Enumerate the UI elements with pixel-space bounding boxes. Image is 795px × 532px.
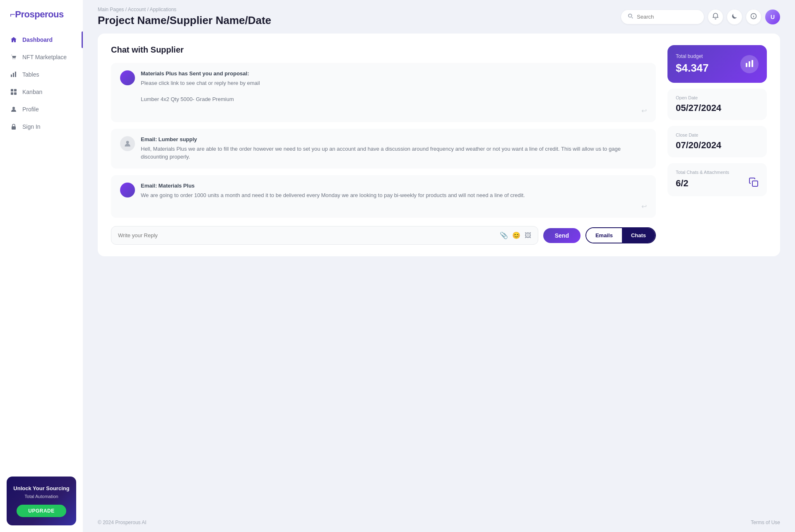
attachment-icon[interactable]: 📎 <box>500 231 508 239</box>
reply-input[interactable] <box>118 232 496 238</box>
open-date-card: Open Date 05/27/2024 <box>667 89 767 120</box>
message-subject: Email: Lumber supply <box>141 136 647 142</box>
copy-icon <box>749 177 759 190</box>
house-icon <box>10 36 17 43</box>
sidebar-item-dashboard[interactable]: Dashboard <box>0 31 83 48</box>
logo-icon: ⌐ <box>10 9 15 19</box>
reply-area: 📎 😊 🖼 <box>111 226 538 245</box>
bar-chart-icon <box>10 71 17 78</box>
message-footer: ↩ <box>141 202 647 210</box>
svg-rect-7 <box>11 92 13 95</box>
terms-link[interactable]: Terms of Use <box>751 520 780 525</box>
chats-attachments-card: Total Chats & Attachments 6/2 <box>667 163 767 196</box>
sidebar-item-label: Tables <box>22 71 39 78</box>
send-button[interactable]: Send <box>543 228 581 243</box>
svg-rect-10 <box>12 126 16 130</box>
table-row: Email: Lumber supply Hell, Materials Plu… <box>111 129 656 169</box>
header-left: Main Pages / Account / Applications Proj… <box>98 7 271 27</box>
info-icon <box>750 13 757 21</box>
sidebar-item-profile[interactable]: Profile <box>0 101 83 118</box>
chats-attachments-label: Total Chats & Attachments <box>676 170 759 175</box>
svg-rect-17 <box>749 61 750 67</box>
message-body: Please click link to see chat or reply h… <box>141 79 647 104</box>
svg-point-11 <box>629 14 632 17</box>
table-row: Email: Materials Plus We are going to or… <box>111 175 656 218</box>
content-area: Chat with Supplier Materials Plus has Se… <box>83 34 795 513</box>
budget-amount: $4.347 <box>676 62 709 75</box>
svg-rect-6 <box>14 89 17 91</box>
dark-mode-button[interactable] <box>727 10 742 24</box>
svg-rect-4 <box>15 72 16 77</box>
open-date-label: Open Date <box>676 95 759 100</box>
svg-rect-18 <box>752 60 753 67</box>
avatar <box>120 70 135 85</box>
svg-rect-5 <box>11 89 13 91</box>
svg-rect-8 <box>14 92 17 95</box>
search-box <box>621 10 704 24</box>
notification-button[interactable] <box>708 10 723 24</box>
moon-icon <box>731 13 738 21</box>
sidebar-item-tables[interactable]: Tables <box>0 66 83 83</box>
sidebar-item-label: Profile <box>22 106 39 113</box>
shopping-cart-icon <box>10 53 17 61</box>
open-date-value: 05/27/2024 <box>676 103 759 113</box>
lock-icon <box>10 123 17 130</box>
grid-icon <box>10 88 17 96</box>
main-content: Main Pages / Account / Applications Proj… <box>83 0 795 532</box>
upgrade-subtitle: Total Automation <box>13 494 70 499</box>
message-content: Email: Materials Plus We are going to or… <box>141 183 647 211</box>
svg-rect-3 <box>13 73 14 77</box>
table-row: Materials Plus has Sent you and proposal… <box>111 63 656 122</box>
message-content: Email: Lumber supply Hell, Materials Plu… <box>141 136 647 161</box>
sidebar-item-kanban[interactable]: Kanban <box>0 84 83 100</box>
page-title: Project Name/Supplier Name/Date <box>98 14 271 27</box>
tab-chats[interactable]: Chats <box>622 228 655 243</box>
tab-emails[interactable]: Emails <box>586 228 622 243</box>
upgrade-card: Unlock Your Sourcing Total Automation UP… <box>7 477 76 525</box>
sidebar-item-label: Dashboard <box>22 36 53 43</box>
bell-icon <box>712 13 719 21</box>
close-date-value: 07/20/2024 <box>676 140 759 151</box>
svg-rect-19 <box>752 181 758 186</box>
person-icon <box>10 106 17 113</box>
avatar[interactable]: U <box>765 10 780 24</box>
svg-point-1 <box>14 58 15 59</box>
svg-rect-2 <box>11 75 12 77</box>
avatar <box>120 136 135 151</box>
header-right: U <box>621 10 780 24</box>
budget-label: Total budget <box>676 53 709 59</box>
close-date-card: Close Date 07/20/2024 <box>667 126 767 157</box>
chat-section: Chat with Supplier Materials Plus has Se… <box>111 45 656 245</box>
sidebar-item-sign-in[interactable]: Sign In <box>0 118 83 135</box>
reply-actions: 📎 😊 🖼 <box>500 231 531 239</box>
message-body: Hell, Materials Plus we are able to fill… <box>141 145 647 161</box>
copyright: © 2024 Prosperous AI <box>98 520 147 525</box>
chat-panel: Chat with Supplier Materials Plus has Se… <box>98 34 780 256</box>
avatar <box>120 183 135 197</box>
logo: ⌐Prosperous <box>0 0 83 28</box>
breadcrumb: Main Pages / Account / Applications <box>98 7 271 12</box>
message-content: Materials Plus has Sent you and proposal… <box>141 70 647 115</box>
message-body: We are going to order 1000 units a month… <box>141 191 647 200</box>
search-input[interactable] <box>637 14 697 20</box>
top-header: Main Pages / Account / Applications Proj… <box>83 0 795 34</box>
sidebar-item-nft-marketplace[interactable]: NFT Marketplace <box>0 49 83 65</box>
upgrade-button[interactable]: UPGRADE <box>17 505 66 517</box>
sidebar-item-label: NFT Marketplace <box>22 54 67 60</box>
budget-card: Total budget $4.347 <box>667 45 767 83</box>
info-sidebar: Total budget $4.347 Open Date 05/27/2024… <box>667 45 767 245</box>
chat-title: Chat with Supplier <box>111 45 656 55</box>
emoji-icon[interactable]: 😊 <box>512 231 520 239</box>
svg-rect-16 <box>746 63 747 67</box>
message-subject: Materials Plus has Sent you and proposal… <box>141 70 647 77</box>
reply-icon: ↩ <box>641 107 647 115</box>
sidebar-nav: Dashboard NFT Marketplace Tables Kanban <box>0 28 83 470</box>
budget-icon <box>740 55 759 73</box>
tab-buttons: Emails Chats <box>585 227 656 243</box>
image-icon[interactable]: 🖼 <box>525 232 531 239</box>
svg-point-14 <box>754 14 754 15</box>
info-button[interactable] <box>746 10 761 24</box>
close-date-label: Close Date <box>676 132 759 137</box>
logo-text: Prosperous <box>15 9 63 19</box>
reply-icon: ↩ <box>641 202 647 210</box>
